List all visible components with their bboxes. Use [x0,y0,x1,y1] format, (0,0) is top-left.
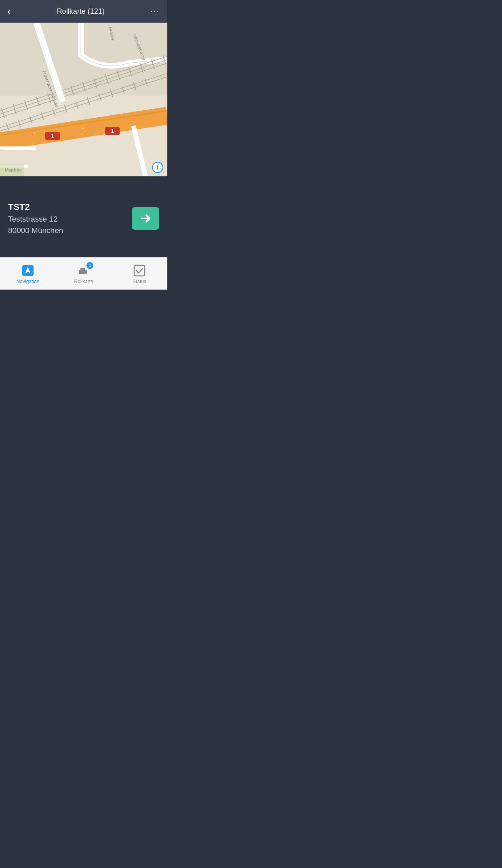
address-panel: TST2 Teststrasse 12 80000 München [0,176,167,257]
map-info-button[interactable]: i [152,162,163,173]
svg-text:1: 1 [51,133,54,139]
address-name: TST2 [8,202,63,212]
svg-text:1: 1 [111,128,114,134]
rollkarte-tab-icon-wrap: 1 [77,264,90,277]
tab-status[interactable]: Status [112,264,167,284]
svg-text:←: ← [125,117,129,122]
back-button[interactable]: ‹ [7,6,11,17]
map-container: Froschackerstrasse nrungsstrasse strasse… [0,23,167,176]
tab-rollkarte-label: Rollkarte [74,279,93,284]
status-tab-icon-wrap [133,264,146,277]
tab-status-label: Status [133,279,146,284]
header: ‹ Rollkarte (121) ··· [0,0,167,23]
tab-rollkarte[interactable]: 1 Rollkarte [56,264,112,284]
tab-navigation-label: Navigation [17,279,40,284]
navigation-icon [21,264,34,277]
svg-text:→: → [141,121,146,126]
rollkarte-badge: 1 [86,262,93,269]
more-options-button[interactable]: ··· [150,7,160,16]
tab-navigation[interactable]: Navigation [0,264,56,284]
address-street: Teststrasse 12 [8,215,63,224]
navigate-arrow-icon [138,211,153,226]
status-icon [133,264,146,277]
mapbox-logo: Mapbox [5,167,22,172]
svg-text:→: → [32,131,36,136]
navigate-button[interactable] [132,207,159,230]
svg-rect-58 [82,270,87,274]
tab-bar: Navigation 1 Rollkarte Status [0,257,167,290]
map-svg: Froschackerstrasse nrungsstrasse strasse… [0,23,167,176]
header-title: Rollkarte (121) [57,7,105,16]
navigation-tab-icon-wrap [21,264,34,277]
address-city: 80000 München [8,226,63,235]
address-text: TST2 Teststrasse 12 80000 München [8,202,63,235]
svg-text:→: → [80,126,85,131]
